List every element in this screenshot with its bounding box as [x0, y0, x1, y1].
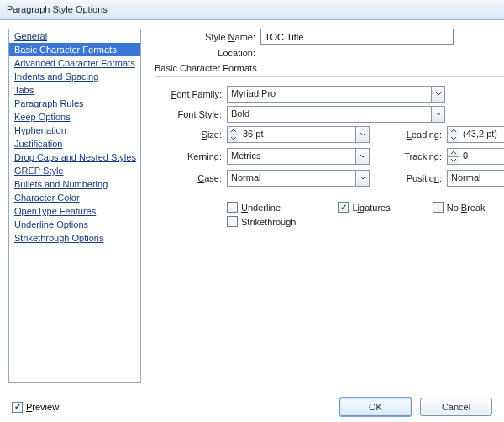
dialog-footer: Preview OK Cancel: [0, 392, 504, 422]
case-select[interactable]: Normal: [227, 170, 356, 187]
tracking-spinner[interactable]: [447, 148, 459, 165]
category-sidebar: GeneralBasic Character FormatsAdvanced C…: [8, 29, 141, 383]
chevron-down-icon[interactable]: [432, 86, 445, 103]
leading-value[interactable]: (43,2 pt): [459, 126, 504, 143]
sidebar-item-character-color[interactable]: Character Color: [9, 191, 140, 204]
checkbox-icon: [12, 402, 23, 413]
chevron-down-icon[interactable]: [356, 126, 370, 143]
tracking-value[interactable]: 0: [459, 148, 504, 165]
font-style-select[interactable]: Bold: [227, 106, 432, 123]
sidebar-item-keep-options[interactable]: Keep Options: [9, 110, 140, 124]
underline-label: Underline: [241, 203, 281, 213]
preview-checkbox[interactable]: Preview: [12, 402, 59, 413]
style-name-label: Style Name:: [155, 32, 255, 42]
sidebar-item-opentype-features[interactable]: OpenType Features: [9, 204, 140, 218]
checkbox-icon: [227, 202, 238, 213]
title-bar: Paragraph Style Options: [0, 0, 504, 20]
font-style-label: Font Style:: [155, 109, 222, 119]
chevron-down-icon[interactable]: [432, 106, 445, 123]
preview-label: Preview: [26, 402, 59, 412]
strikethrough-checkbox[interactable]: Strikethrough: [227, 216, 296, 227]
checkbox-icon: [433, 202, 444, 213]
leading-label: Leading:: [375, 129, 442, 140]
sidebar-item-tabs[interactable]: Tabs: [9, 83, 140, 97]
leading-spinner[interactable]: [447, 126, 459, 143]
size-value[interactable]: 36 pt: [239, 126, 356, 143]
position-label: Position:: [375, 173, 442, 183]
ligatures-label: Ligatures: [352, 203, 390, 213]
sidebar-item-advanced-character-formats[interactable]: Advanced Character Formats: [9, 56, 140, 70]
sidebar-item-basic-character-formats[interactable]: Basic Character Formats: [9, 43, 140, 56]
main-panel: Style Name: Location: Basic Character Fo…: [141, 29, 504, 383]
sidebar-item-paragraph-rules[interactable]: Paragraph Rules: [9, 97, 140, 110]
style-name-input[interactable]: [260, 29, 454, 45]
tracking-label: Tracking:: [375, 151, 442, 161]
dialog-body: GeneralBasic Character FormatsAdvanced C…: [0, 20, 504, 392]
chevron-down-icon[interactable]: [356, 148, 370, 165]
kerning-label: Kerning:: [155, 151, 222, 161]
sidebar-item-indents-and-spacing[interactable]: Indents and Spacing: [9, 70, 140, 83]
spinner-up-icon[interactable]: [228, 127, 239, 135]
sidebar-item-drop-caps-and-nested-styles[interactable]: Drop Caps and Nested Styles: [9, 150, 140, 164]
nobreak-label: No Break: [447, 203, 486, 213]
sidebar-item-hyphenation[interactable]: Hyphenation: [9, 124, 140, 137]
spinner-down-icon[interactable]: [448, 135, 459, 143]
spinner-up-icon[interactable]: [448, 127, 459, 135]
sidebar-item-general[interactable]: General: [9, 29, 140, 43]
kerning-select[interactable]: Metrics: [227, 148, 356, 165]
spinner-down-icon[interactable]: [448, 156, 459, 165]
sidebar-item-underline-options[interactable]: Underline Options: [9, 218, 140, 231]
location-label: Location:: [155, 48, 255, 58]
nobreak-checkbox[interactable]: No Break: [433, 202, 486, 213]
checkbox-icon: [338, 202, 349, 213]
strikethrough-label: Strikethrough: [241, 217, 296, 227]
section-divider: [155, 76, 504, 77]
sidebar-item-grep-style[interactable]: GREP Style: [9, 164, 140, 177]
ok-button[interactable]: OK: [339, 398, 412, 416]
cancel-button[interactable]: Cancel: [420, 398, 492, 416]
sidebar-item-strikethrough-options[interactable]: Strikethrough Options: [9, 231, 140, 245]
size-label: Size:: [155, 129, 222, 140]
checkbox-icon: [227, 216, 238, 227]
section-title: Basic Character Formats: [155, 63, 504, 73]
size-spinner[interactable]: [227, 126, 239, 143]
ligatures-checkbox[interactable]: Ligatures: [338, 202, 390, 213]
sidebar-item-bullets-and-numbering[interactable]: Bullets and Numbering: [9, 177, 140, 191]
font-family-select[interactable]: Myriad Pro: [227, 86, 432, 103]
underline-checkbox[interactable]: Underline: [227, 202, 296, 213]
sidebar-item-justification[interactable]: Justification: [9, 137, 140, 150]
case-label: Case:: [155, 173, 222, 183]
position-select[interactable]: Normal: [447, 170, 504, 187]
spinner-up-icon[interactable]: [448, 149, 459, 156]
chevron-down-icon[interactable]: [356, 170, 370, 187]
font-family-label: Font Family:: [155, 89, 222, 99]
spinner-down-icon[interactable]: [228, 135, 239, 143]
window-title: Paragraph Style Options: [7, 4, 108, 14]
